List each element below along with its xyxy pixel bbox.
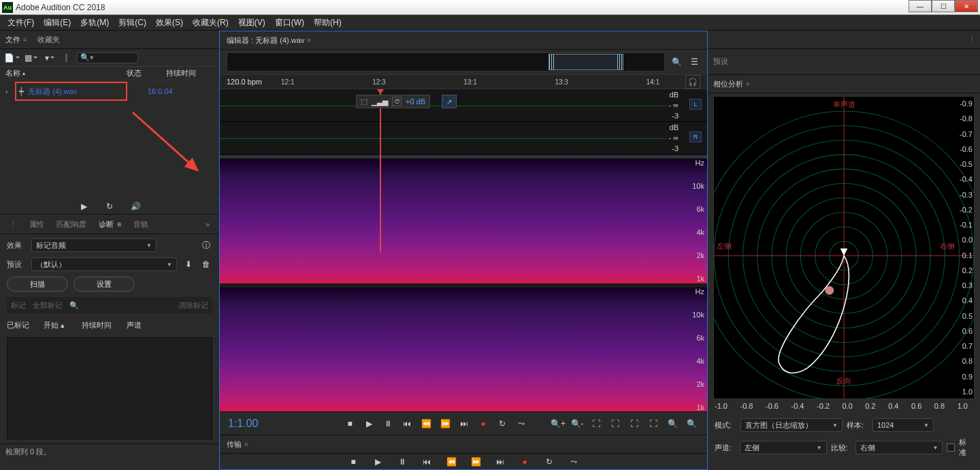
- zoom-out-icon[interactable]: 🔍-: [570, 416, 585, 431]
- clock-icon[interactable]: ⏱: [392, 97, 402, 106]
- marker-list[interactable]: [7, 337, 212, 439]
- phase-plot[interactable]: 单声道 左侧 右侧 反向 -0.9-0.8-0.7-0.6-0.5-0.4-0.…: [713, 96, 975, 399]
- insert-button[interactable]: ▾: [44, 52, 56, 64]
- menu-edit[interactable]: 编辑(E): [39, 15, 76, 31]
- playhead[interactable]: [380, 89, 381, 253]
- sample-label: 样本:: [847, 420, 868, 430]
- right-aux-tab[interactable]: ⋮: [708, 31, 980, 49]
- mark-only-button[interactable]: 标记: [11, 300, 26, 311]
- channel-r-badge[interactable]: R: [689, 131, 702, 142]
- preset-dropdown[interactable]: （默认）▼: [31, 257, 177, 271]
- navigator[interactable]: [227, 52, 665, 72]
- compare-dropdown[interactable]: 右侧▼: [855, 441, 943, 454]
- clear-marks-button[interactable]: 清除标记: [178, 300, 208, 311]
- goto-end-button[interactable]: ⏭: [457, 416, 472, 431]
- zoom-nav-icon[interactable]: 🔍: [670, 56, 683, 68]
- time-ruler[interactable]: 120.0 bpm 12:112:313:113:314:1 🎧: [220, 74, 707, 89]
- goto-start-button[interactable]: ⏮: [399, 416, 414, 431]
- info-icon[interactable]: ⓘ: [200, 239, 212, 251]
- marker-search-icon[interactable]: 🔍: [69, 301, 79, 310]
- channel-l-badge[interactable]: L: [689, 99, 702, 110]
- snap-button[interactable]: 🎧: [685, 75, 700, 89]
- menu-clip[interactable]: 剪辑(C): [114, 15, 151, 31]
- svg-line-0: [133, 112, 197, 170]
- mode-dropdown[interactable]: 直方图（日志缩放）▼: [740, 418, 843, 432]
- rewind-2[interactable]: ⏪: [444, 454, 459, 469]
- file-row[interactable]: › ┿ 无标题 (4).wav 16:0.04: [0, 80, 219, 102]
- stop-button[interactable]: ■: [342, 416, 357, 431]
- play-preview-button[interactable]: ▶: [78, 200, 90, 213]
- hud-db[interactable]: +0 dB: [406, 97, 425, 106]
- tab-match-loudness[interactable]: 匹配响度: [56, 219, 86, 230]
- play-button-2[interactable]: ▶: [370, 454, 385, 469]
- tab-properties[interactable]: 属性: [29, 219, 44, 230]
- tab-editor[interactable]: 编辑器 : 无标题 (4).wav ≡: [227, 35, 311, 46]
- transport-bar: 1:1.00 ■ ▶ ⏸ ⏮ ⏪ ⏩ ⏭ ● ↻ ⤳ 🔍+ 🔍- ⛶ ⛶ ⛶ ⛶…: [220, 411, 707, 435]
- skip-silence-button[interactable]: ⤳: [514, 416, 529, 431]
- tab-transport[interactable]: 传输 ≡: [227, 439, 248, 450]
- timecode[interactable]: 1:1.00: [228, 418, 296, 430]
- loop-2[interactable]: ↻: [542, 454, 557, 469]
- waveform-view[interactable]: ⬚ ▁▃▅ ⏱ +0 dB ↗ dB- ∞-3 L dB- ∞-3 R: [220, 89, 707, 155]
- channel-dropdown[interactable]: 左侧▼: [740, 441, 827, 454]
- spectral-view[interactable]: Hz10k6k4k2k1k Hz10k6k4k2k1k: [220, 159, 707, 411]
- pin-button[interactable]: ↗: [442, 95, 457, 108]
- delete-preset-icon[interactable]: 🗑: [200, 258, 212, 270]
- menu-view[interactable]: 视图(V): [233, 15, 270, 31]
- file-search-input[interactable]: 🔍▾: [77, 52, 138, 63]
- zoom-full-icon[interactable]: ⛶: [589, 416, 604, 431]
- new-multitrack-button[interactable]: ▦: [24, 52, 37, 64]
- bpm-display[interactable]: 120.0 bpm: [227, 78, 262, 86]
- tab-files[interactable]: 文件≡: [5, 35, 27, 45]
- tab-phase-analysis[interactable]: 相位分析 ≡: [713, 79, 749, 89]
- zoom-sel-icon[interactable]: ⛶: [608, 416, 623, 431]
- open-file-button[interactable]: 📄: [5, 52, 18, 64]
- close-button[interactable]: ✕: [955, 0, 978, 12]
- zoom-in-icon[interactable]: 🔍+: [551, 416, 566, 431]
- goto-end-2[interactable]: ⏭: [493, 454, 508, 469]
- zoom-reset-icon[interactable]: 🔍: [684, 416, 699, 431]
- record-2[interactable]: ●: [517, 454, 532, 469]
- zoom-in-pt-icon[interactable]: ⛶: [627, 416, 642, 431]
- zoom-out-pt-icon[interactable]: ⛶: [646, 416, 661, 431]
- pause-button-2[interactable]: ⏸: [395, 454, 410, 469]
- normalize-checkbox[interactable]: [947, 443, 955, 452]
- loop-play-button[interactable]: ↻: [495, 416, 510, 431]
- minimize-button[interactable]: —: [909, 0, 932, 12]
- navigator-handle[interactable]: [549, 54, 623, 70]
- forward-2[interactable]: ⏩: [468, 454, 483, 469]
- tab-track[interactable]: 音轨: [133, 219, 148, 230]
- hud-panel[interactable]: ⬚ ▁▃▅ ⏱ +0 dB: [356, 95, 430, 108]
- tab-diagnostics[interactable]: 诊断≡: [99, 219, 121, 230]
- zoom-custom-icon[interactable]: 🔍: [665, 416, 680, 431]
- rewind-button[interactable]: ⏪: [419, 416, 434, 431]
- menu-multitrack[interactable]: 多轨(M): [76, 15, 114, 31]
- skip-2[interactable]: ⤳: [566, 454, 581, 469]
- record-button[interactable]: ●: [476, 416, 491, 431]
- list-nav-icon[interactable]: ☰: [688, 56, 700, 68]
- menu-window[interactable]: 窗口(W): [270, 15, 309, 31]
- sample-dropdown[interactable]: 1024▼: [872, 418, 934, 432]
- stop-button-2[interactable]: ■: [346, 454, 361, 469]
- menu-effects[interactable]: 效果(S): [151, 15, 188, 31]
- annotation-arrow-icon: [129, 109, 211, 184]
- goto-start-2[interactable]: ⏮: [419, 454, 434, 469]
- file-name: 无标题 (4).wav: [28, 87, 77, 97]
- forward-button[interactable]: ⏩: [438, 416, 453, 431]
- scan-button[interactable]: 扫描: [7, 277, 68, 292]
- maximize-button[interactable]: ☐: [932, 0, 955, 12]
- menu-file[interactable]: 文件(F): [3, 15, 39, 31]
- pause-button[interactable]: ⏸: [380, 416, 395, 431]
- settings-button[interactable]: 设置: [74, 277, 135, 292]
- tab-favorites[interactable]: 收藏夹: [37, 35, 60, 45]
- menu-favorites[interactable]: 收藏夹(R): [188, 15, 233, 31]
- mark-all-button[interactable]: 全部标记: [33, 300, 63, 311]
- more-tabs-icon[interactable]: »: [206, 220, 210, 228]
- play-button[interactable]: ▶: [361, 416, 376, 431]
- save-preset-icon[interactable]: ⬇: [182, 258, 195, 270]
- auto-play-button[interactable]: 🔊: [129, 200, 142, 213]
- menu-help[interactable]: 帮助(H): [309, 15, 346, 31]
- expand-icon[interactable]: ›: [5, 87, 12, 95]
- effect-dropdown[interactable]: 标记音频▼: [31, 238, 157, 252]
- loop-button[interactable]: ↻: [103, 200, 116, 213]
